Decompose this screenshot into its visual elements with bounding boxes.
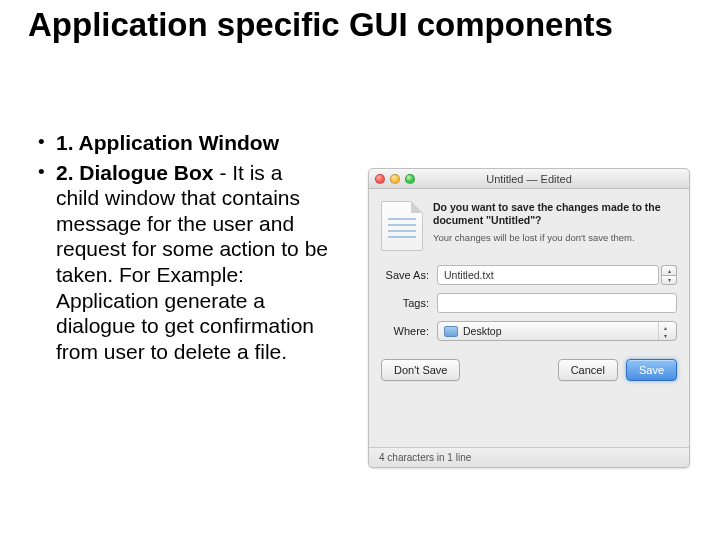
select-arrows-icon: ▴▾: [658, 322, 672, 340]
slide-title: Application specific GUI components: [28, 6, 613, 44]
dialog-window: Untitled — Edited Do you want to save th…: [368, 168, 690, 468]
saveas-input-value: Untitled.txt: [444, 269, 494, 281]
saveas-input[interactable]: Untitled.txt: [437, 265, 659, 285]
save-label: Save: [639, 364, 664, 376]
tags-input[interactable]: [437, 293, 677, 313]
where-select[interactable]: Desktop ▴▾: [437, 321, 677, 341]
confirm-row: Do you want to save the changes made to …: [381, 201, 677, 251]
cancel-button[interactable]: Cancel: [558, 359, 618, 381]
close-icon[interactable]: [375, 174, 385, 184]
save-button[interactable]: Save: [626, 359, 677, 381]
document-icon: [381, 201, 423, 251]
chevron-up-icon[interactable]: ▴: [661, 265, 677, 275]
where-row: Where: Desktop ▴▾: [381, 321, 677, 341]
tags-row: Tags:: [381, 293, 677, 313]
dialog-sheet: Do you want to save the changes made to …: [369, 189, 689, 393]
dont-save-button[interactable]: Don't Save: [381, 359, 460, 381]
cancel-label: Cancel: [571, 364, 605, 376]
confirm-subtext: Your changes will be lost if you don't s…: [433, 232, 677, 243]
window-traffic-lights: [375, 174, 415, 184]
saveas-stepper[interactable]: ▴ ▾: [661, 265, 677, 285]
where-select-value: Desktop: [463, 325, 502, 337]
bullet-1: 1. Application Window: [38, 130, 330, 156]
dialog-button-row: Don't Save Cancel Save: [381, 359, 677, 393]
folder-icon: [444, 326, 458, 337]
bullet-2-label: 2. Dialogue Box: [56, 161, 214, 184]
where-label: Where:: [381, 325, 437, 337]
bullet-2: 2. Dialogue Box - It is a child window t…: [38, 160, 330, 365]
minimize-icon[interactable]: [390, 174, 400, 184]
tags-label: Tags:: [381, 297, 437, 309]
bullet-1-label: 1. Application Window: [56, 131, 279, 154]
dont-save-label: Don't Save: [394, 364, 447, 376]
zoom-icon[interactable]: [405, 174, 415, 184]
window-titlebar: Untitled — Edited: [369, 169, 689, 189]
window-title: Untitled — Edited: [369, 173, 689, 185]
saveas-row: Save As: Untitled.txt ▴ ▾: [381, 265, 677, 285]
confirm-heading: Do you want to save the changes made to …: [433, 201, 677, 227]
saveas-label: Save As:: [381, 269, 437, 281]
status-bar: 4 characters in 1 line: [369, 447, 689, 467]
status-text: 4 characters in 1 line: [379, 452, 471, 463]
bullet-list: 1. Application Window 2. Dialogue Box - …: [38, 130, 330, 368]
slide: Application specific GUI components 1. A…: [0, 0, 720, 540]
confirm-text: Do you want to save the changes made to …: [433, 201, 677, 251]
save-form: Save As: Untitled.txt ▴ ▾ Tags:: [381, 265, 677, 341]
bullet-2-body: - It is a child window that contains mes…: [56, 161, 328, 363]
chevron-down-icon[interactable]: ▾: [661, 275, 677, 286]
